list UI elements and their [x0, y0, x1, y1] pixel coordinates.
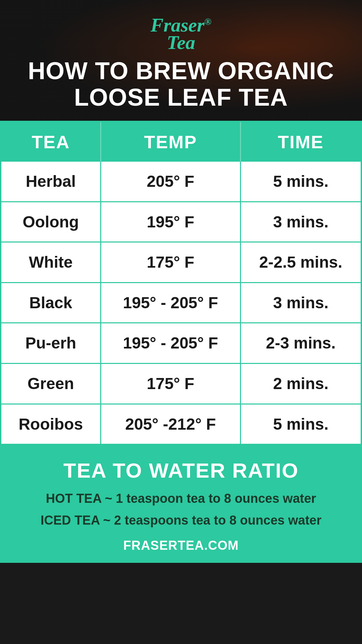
logo-line2: Tea — [167, 32, 195, 53]
table-row: Oolong 195° F 3 mins. — [1, 202, 361, 243]
website-url: FRASERTEA.COM — [17, 538, 345, 553]
col-header-temp: TEMP — [101, 122, 241, 162]
cell-temp-1: 195° F — [101, 202, 241, 242]
table-row: Rooibos 205° -212° F 5 mins. — [1, 405, 361, 444]
iced-tea-ratio: ICED TEA ~ 2 teaspoons tea to 8 ounces w… — [17, 511, 345, 530]
cell-time-6: 5 mins. — [241, 405, 361, 444]
cell-tea-5: Green — [1, 364, 101, 404]
page-title: HOW TO BREW ORGANIC LOOSE LEAF TEA — [14, 58, 348, 111]
cell-tea-3: Black — [1, 283, 101, 323]
cell-temp-0: 205° F — [101, 162, 241, 201]
cell-temp-2: 175° F — [101, 243, 241, 282]
col-header-tea: TEA — [1, 122, 101, 162]
cell-tea-4: Pu-erh — [1, 323, 101, 363]
cell-time-5: 2 mins. — [241, 364, 361, 404]
logo-reg: ® — [204, 16, 212, 27]
table-row: Black 195° - 205° F 3 mins. — [1, 283, 361, 324]
cell-time-0: 5 mins. — [241, 162, 361, 201]
table-row: Green 175° F 2 mins. — [1, 364, 361, 405]
cell-time-4: 2-3 mins. — [241, 323, 361, 363]
ratio-title: TEA to WATER RATIO — [17, 459, 345, 482]
footer-section: TEA to WATER RATIO HOT TEA ~ 1 teaspoon … — [0, 445, 362, 563]
logo-text: Fraser® Tea — [150, 16, 212, 51]
hot-tea-ratio: HOT TEA ~ 1 teaspoon tea to 8 ounces wat… — [17, 489, 345, 508]
title-line1: HOW TO BREW ORGANIC — [28, 58, 334, 84]
cell-temp-4: 195° - 205° F — [101, 323, 241, 363]
cell-time-3: 3 mins. — [241, 283, 361, 323]
cell-temp-5: 175° F — [101, 364, 241, 404]
brand-logo: Fraser® Tea — [150, 16, 212, 51]
cell-tea-2: White — [1, 243, 101, 282]
col-header-time: TIME — [241, 122, 361, 162]
cell-temp-6: 205° -212° F — [101, 405, 241, 444]
cell-time-2: 2-2.5 mins. — [241, 243, 361, 282]
cell-tea-6: Rooibos — [1, 405, 101, 444]
header-section: Fraser® Tea HOW TO BREW ORGANIC LOOSE LE… — [0, 0, 362, 121]
table-header-row: TEA TEMP TIME — [1, 122, 361, 162]
cell-tea-1: Oolong — [1, 202, 101, 242]
table-row: Herbal 205° F 5 mins. — [1, 162, 361, 202]
table-row: Pu-erh 195° - 205° F 2-3 mins. — [1, 323, 361, 364]
cell-temp-3: 195° - 205° F — [101, 283, 241, 323]
brewing-table: TEA TEMP TIME Herbal 205° F 5 mins. Oolo… — [0, 121, 362, 445]
cell-tea-0: Herbal — [1, 162, 101, 201]
cell-time-1: 3 mins. — [241, 202, 361, 242]
table-row: White 175° F 2-2.5 mins. — [1, 243, 361, 283]
title-line2: LOOSE LEAF TEA — [28, 84, 334, 111]
